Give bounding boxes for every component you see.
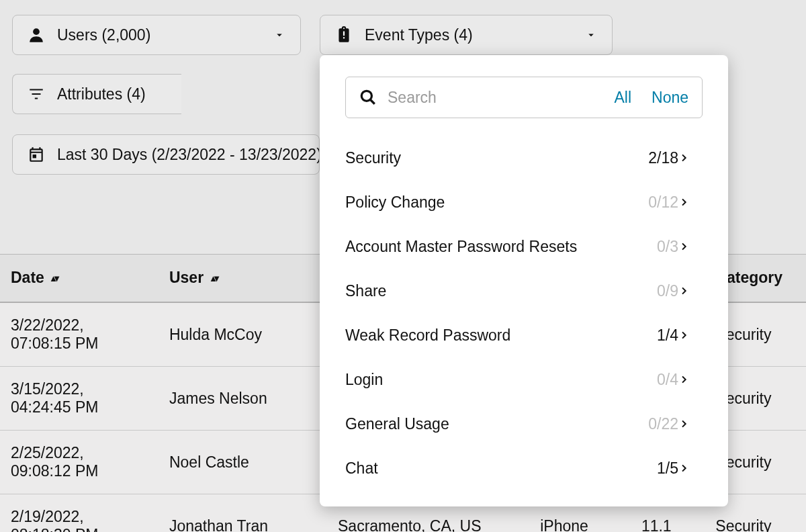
chevron-right-icon [678, 285, 703, 296]
dropdown-search-input[interactable] [388, 89, 594, 107]
chevron-right-icon [678, 463, 703, 474]
filter-icon [28, 85, 45, 103]
dropdown-item[interactable]: Security2/18 [320, 136, 728, 180]
chevron-right-icon [678, 197, 703, 208]
dropdown-item[interactable]: General Usage0/22 [320, 402, 728, 446]
chevron-down-icon [273, 29, 285, 41]
dropdown-item-label: Account Master Password Resets [345, 238, 631, 256]
dropdown-item-label: Weak Record Password [345, 326, 631, 345]
cell-date: 3/22/2022, 07:08:15 PM [0, 302, 159, 367]
dropdown-item[interactable]: Weak Record Password1/4 [320, 313, 728, 357]
user-icon [28, 26, 45, 44]
dropdown-item-label: Security [345, 149, 631, 167]
svg-point-0 [33, 28, 40, 35]
dropdown-item-label: Share [345, 282, 631, 300]
sort-icon: ▴▾ [51, 273, 58, 283]
cell-user: Hulda McCoy [159, 302, 327, 367]
event-types-dropdown: All None Security2/18Policy Change0/12Ac… [320, 55, 728, 506]
filter-date-range[interactable]: Last 30 Days (2/23/2022 - 13/23/2022) [12, 134, 320, 175]
sort-icon: ▴▾ [211, 273, 218, 283]
dropdown-item[interactable]: Share0/9 [320, 269, 728, 313]
chevron-right-icon [678, 330, 703, 341]
cell-date: 2/19/2022, 08:18:30 PM [0, 494, 159, 533]
svg-rect-1 [343, 32, 345, 36]
dropdown-list: Security2/18Policy Change0/12Account Mas… [320, 136, 728, 490]
column-user-label: User [169, 269, 204, 286]
select-none-link[interactable]: None [652, 89, 688, 107]
column-date[interactable]: Date ▴▾ [0, 254, 159, 302]
column-date-label: Date [11, 269, 44, 286]
dropdown-item-label: Chat [345, 459, 631, 478]
chevron-right-icon [678, 418, 703, 429]
filter-event-types[interactable]: Event Types (4) [320, 15, 613, 55]
search-icon [359, 89, 377, 106]
cell-date: 3/15/2022, 04:24:45 PM [0, 367, 159, 431]
dropdown-item-count: 1/5 [631, 459, 678, 478]
filter-users[interactable]: Users (2,000) [12, 15, 301, 55]
dropdown-item[interactable]: Login0/4 [320, 357, 728, 402]
filter-attributes[interactable]: Attributes (4) [12, 74, 181, 114]
chevron-right-icon [678, 152, 703, 163]
dropdown-item-count: 0/22 [631, 415, 678, 433]
dropdown-item-count: 2/18 [631, 149, 678, 167]
column-user[interactable]: User ▴▾ [159, 254, 327, 302]
dropdown-item-count: 0/12 [631, 193, 678, 212]
filter-event-types-label: Event Types (4) [365, 26, 473, 44]
chevron-right-icon [678, 374, 703, 385]
svg-line-5 [370, 99, 375, 104]
filter-attributes-label: Attributes (4) [57, 85, 146, 103]
calendar-icon [28, 146, 45, 163]
dropdown-item-count: 0/3 [631, 238, 678, 256]
svg-point-4 [361, 91, 371, 101]
dropdown-item-label: General Usage [345, 415, 631, 433]
dropdown-item[interactable]: Account Master Password Resets0/3 [320, 224, 728, 269]
dropdown-item[interactable]: Policy Change0/12 [320, 180, 728, 224]
filter-date-range-label: Last 30 Days (2/23/2022 - 13/23/2022) [57, 146, 320, 164]
cell-user: Jonathan Tran [159, 494, 327, 533]
filter-users-label: Users (2,000) [57, 26, 150, 44]
chevron-right-icon [678, 241, 703, 252]
dropdown-item-count: 0/4 [631, 371, 678, 389]
dropdown-item-count: 1/4 [631, 326, 678, 345]
dropdown-item-label: Login [345, 371, 631, 389]
cell-user: James Nelson [159, 367, 327, 431]
dropdown-item[interactable]: Chat1/5 [320, 446, 728, 490]
dropdown-item-count: 0/9 [631, 282, 678, 300]
dropdown-search-bar: All None [345, 77, 703, 118]
cell-date: 2/25/2022, 09:08:12 PM [0, 431, 159, 494]
clipboard-alert-icon [335, 26, 353, 44]
cell-user: Noel Castle [159, 431, 327, 494]
svg-rect-3 [33, 154, 36, 158]
chevron-down-icon [585, 29, 597, 41]
svg-rect-2 [343, 37, 345, 38]
dropdown-item-label: Policy Change [345, 193, 631, 212]
select-all-link[interactable]: All [614, 89, 631, 107]
